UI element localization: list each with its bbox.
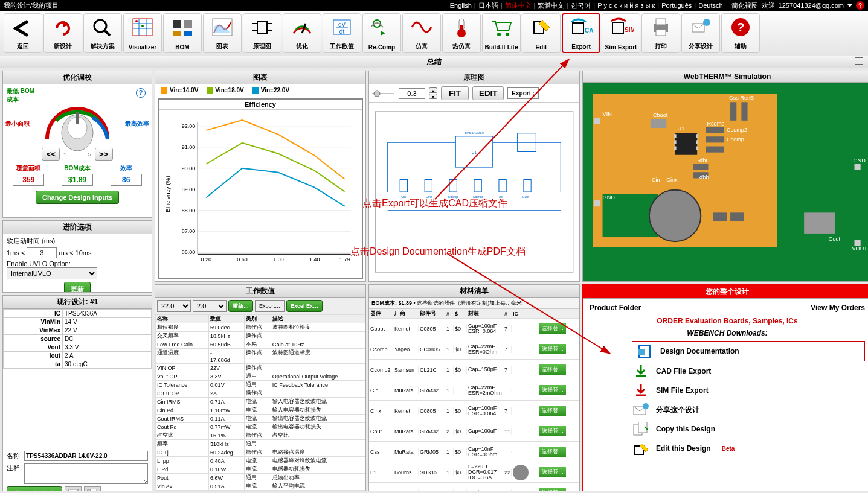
dial-help-icon[interactable]: ? <box>136 88 146 98</box>
table-row: 交叉频率18.5kHz操作点 <box>156 332 365 340</box>
toolbar-bom-button[interactable]: BOM <box>163 13 202 53</box>
toolbar-dial-button[interactable]: 优化 <box>283 13 321 53</box>
yourdesign-panel-title: 您的整个设计 <box>583 285 868 299</box>
save-name-button[interactable]: 储存名称及注释 <box>7 486 62 491</box>
optimize-dial[interactable]: 最低 BOM 成本 最小面积 最高效率 ? << 1 5 >> <box>3 84 152 163</box>
recomp-icon <box>368 15 395 39</box>
zoom-down[interactable]: ▼ <box>429 94 437 99</box>
download-copy-item[interactable]: Copy this Design <box>632 419 865 439</box>
toolbar-cart-button[interactable]: Build-It Lite <box>482 13 521 53</box>
toolbar-share-button[interactable]: 分享设计 <box>681 13 720 53</box>
svg-rect-99 <box>674 134 677 138</box>
dial-scale-min: 1 <box>63 151 66 157</box>
zoom-up[interactable]: ▲ <box>429 87 437 93</box>
user-dropdown-caret[interactable] <box>847 4 852 7</box>
bom-select-button[interactable]: 选择替… <box>539 467 566 477</box>
svg-rect-83 <box>449 180 457 192</box>
export-schematic-label[interactable]: Export : <box>507 87 539 99</box>
download-share-item[interactable]: 分享这个设计 <box>632 400 865 419</box>
copy-icon[interactable] <box>84 486 101 491</box>
zoom-input[interactable] <box>399 88 425 99</box>
opval-sel1[interactable]: 22.0 <box>157 300 191 312</box>
design-name-input[interactable] <box>24 451 148 461</box>
edit-button[interactable]: EDIT <box>472 86 504 100</box>
table-row: Cin Pd1.10mW电流输入电容器功耗损失 <box>156 406 365 415</box>
zoom-slider-icon[interactable] <box>371 89 395 98</box>
svg-line-1 <box>105 31 110 36</box>
dial-label-bom: 最低 BOM 成本 <box>7 87 37 104</box>
lang-ru[interactable]: Р у с с к и й я з ы к <box>597 2 655 9</box>
bom-select-button[interactable]: 选择替… <box>539 406 566 416</box>
toolbar-thermo-button[interactable]: 热仿真 <box>442 13 481 53</box>
fit-button[interactable]: FIT <box>441 86 469 100</box>
svg-point-71 <box>374 91 380 97</box>
toolbar-sine-button[interactable]: 仿真 <box>402 13 441 53</box>
svg-rect-100 <box>674 140 677 144</box>
toolbar-dvdt-button[interactable]: dVdt工作数值 <box>323 13 361 53</box>
toolbar-print-button[interactable]: 打印 <box>641 13 680 53</box>
breadcrumb[interactable]: 我的设计/我的项目 <box>4 1 59 10</box>
svg-rect-84 <box>474 180 481 192</box>
svg-text:VIN: VIN <box>603 111 612 117</box>
export-opvals-button[interactable]: Export… <box>255 300 285 312</box>
toolbar-cad-button[interactable]: CADExport <box>562 13 600 53</box>
product-folder-link[interactable]: Product Folder <box>590 304 641 312</box>
lang-de[interactable]: Deutsch <box>698 2 722 9</box>
design-note-input[interactable] <box>24 463 148 484</box>
lang-zhcn[interactable]: 简体中文 <box>505 1 532 10</box>
toolbar-search-button[interactable]: 解决方案 <box>83 13 122 53</box>
uvlo-select[interactable]: InternalUVLO <box>7 267 97 279</box>
toolbar-schematic-button[interactable]: 原理图 <box>243 13 281 53</box>
download-doc-item[interactable]: Design Documentation <box>632 341 865 361</box>
simple-view-link[interactable]: 简化视图 <box>731 1 758 10</box>
opval-sel2[interactable]: 2.0 <box>193 300 227 312</box>
svg-text:SIM: SIM <box>625 27 634 33</box>
bom-select-button[interactable]: 选择替… <box>539 447 566 457</box>
toolbar-help-button[interactable]: ?辅助 <box>721 13 760 53</box>
softstart-input[interactable] <box>27 247 57 258</box>
toolbar-label: 分享设计 <box>689 42 713 51</box>
toolbar-back-button[interactable]: 返回 <box>4 13 42 53</box>
thermo-icon <box>448 15 475 39</box>
lang-jp[interactable]: 日本語 <box>478 1 498 10</box>
window-restore-icon[interactable] <box>855 57 863 65</box>
bom-select-button[interactable]: 选择替… <box>539 426 566 436</box>
help-icon[interactable]: ? <box>856 1 864 10</box>
svg-rect-12 <box>184 31 192 36</box>
view-orders-link[interactable]: View My Orders <box>811 304 865 312</box>
bom-select-button[interactable]: 选择替… <box>539 385 566 395</box>
pcb-view[interactable]: VIN Cboot U1 Rfbt Rfbb Rcomp Ccomp2 Ccom… <box>583 83 868 281</box>
toolbar-sim-button[interactable]: SIMSim Export <box>602 13 640 53</box>
lang-en[interactable]: English <box>450 2 472 9</box>
metric-area-title: 覆盖面积 <box>13 164 44 173</box>
lang-pt[interactable]: Português <box>661 2 692 9</box>
lang-zhtw[interactable]: 繁體中文 <box>538 1 564 10</box>
toolbar-redo-button[interactable]: 新设计 <box>43 13 82 53</box>
refresh-button[interactable]: 重新… <box>228 300 253 312</box>
cart-icon <box>488 15 515 39</box>
toolbar-edit-button[interactable]: Edit <box>522 13 561 53</box>
email-icon[interactable] <box>65 486 82 491</box>
dial-prev-button[interactable]: << <box>42 148 60 161</box>
bom-select-button[interactable]: 选择替… <box>539 364 566 375</box>
schematic-view[interactable]: TPS54336A U1 CinCinxRcomp CcompRfbtCout <box>369 103 579 281</box>
toolbar-grid-button[interactable]: Visualizer <box>123 13 162 53</box>
bom-select-button[interactable]: 选择替… <box>539 344 566 354</box>
lang-ko[interactable]: 한국어 <box>571 1 591 10</box>
toolbar-recomp-button[interactable]: Re-Comp <box>362 13 401 53</box>
schematic-panel-title: 原理图 <box>369 71 579 84</box>
excel-export-button[interactable]: Excel Ex… <box>286 300 323 312</box>
bom-select-button[interactable]: 选择替… <box>539 323 566 334</box>
change-inputs-button[interactable]: Change Design Inputs <box>36 191 119 204</box>
download-edit-item[interactable]: Edit this DesignBeta <box>632 439 865 458</box>
svg-rect-101 <box>674 147 677 150</box>
user-email[interactable]: 1257041324@qq.com <box>779 2 844 9</box>
download-sim-item[interactable]: SIM File Export <box>632 381 865 400</box>
dial-next-button[interactable]: >> <box>95 148 113 161</box>
toolbar-chart-button[interactable]: 图表 <box>203 13 242 53</box>
order-link[interactable]: ORDER Evaluation Boards, Samples, ICs <box>590 313 865 329</box>
download-cad-item[interactable]: CAD File Export <box>632 361 865 381</box>
table-row: Pd暂态0.91W电流电源之纹波损耗 <box>156 491 365 491</box>
bom-select-button[interactable]: 选择替… <box>539 488 566 491</box>
update-button[interactable]: 更新 <box>64 282 91 293</box>
